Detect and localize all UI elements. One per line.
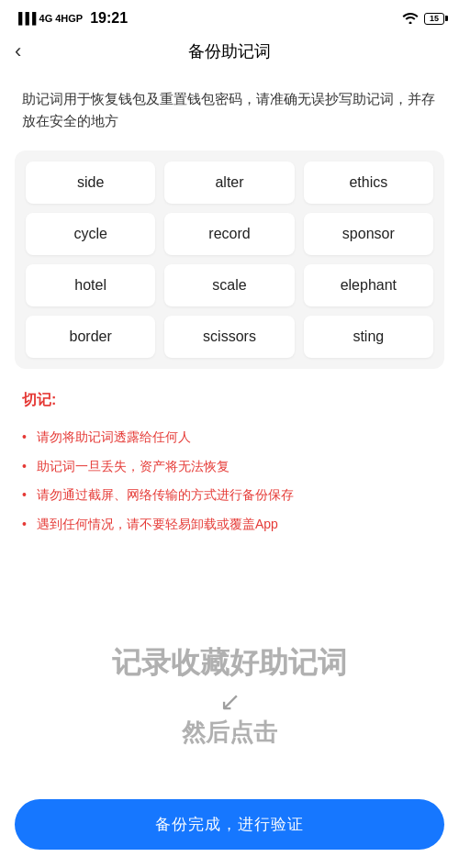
watermark-arrow: ↙	[0, 686, 459, 717]
warning-section: 切记: 请勿将助记词透露给任何人助记词一旦丢失，资产将无法恢复请勿通过截屏、网络…	[0, 369, 459, 551]
warning-item: 请勿将助记词透露给任何人	[22, 423, 437, 452]
mnemonic-cell: record	[164, 213, 294, 255]
status-left: ▐▐▐ 4G 4HGP 19:21	[15, 10, 128, 27]
watermark-line1: 记录收藏好助记词	[112, 646, 347, 679]
mnemonic-cell: alter	[164, 161, 294, 204]
network-type: 4G 4HGP	[39, 13, 84, 24]
warning-item: 助记词一旦丢失，资产将无法恢复	[22, 452, 437, 482]
back-button[interactable]: ‹	[15, 41, 21, 61]
watermark-line3: 然后点击	[182, 718, 277, 746]
warning-item: 请勿通过截屏、网络传输的方式进行备份保存	[22, 481, 437, 510]
mnemonic-cell: cycle	[26, 213, 155, 255]
signal-icon: ▐▐▐	[15, 12, 36, 25]
mnemonic-cell: hotel	[26, 264, 155, 306]
page-title: 备份助记词	[188, 40, 271, 62]
warning-item: 遇到任何情况，请不要轻易卸载或覆盖App	[22, 510, 437, 540]
mnemonic-container: sidealterethicscyclerecordsponsorhotelsc…	[15, 150, 444, 369]
mnemonic-cell: ethics	[304, 161, 433, 204]
status-bar: ▐▐▐ 4G 4HGP 19:21 15	[0, 0, 459, 33]
warning-title: 切记:	[22, 391, 437, 410]
bottom-area: 备份完成，进行验证	[15, 799, 444, 850]
confirm-button[interactable]: 备份完成，进行验证	[15, 799, 444, 850]
watermark: 记录收藏好助记词 ↙ 然后点击	[0, 644, 459, 749]
mnemonic-cell: scissors	[164, 316, 294, 358]
battery-level: 15	[430, 14, 439, 23]
warning-list: 请勿将助记词透露给任何人助记词一旦丢失，资产将无法恢复请勿通过截屏、网络传输的方…	[22, 423, 437, 540]
mnemonic-cell: scale	[164, 264, 294, 306]
time: 19:21	[90, 10, 128, 27]
mnemonic-cell: sting	[304, 316, 433, 358]
mnemonic-cell: sponsor	[304, 213, 433, 255]
battery-icon: 15	[424, 13, 444, 25]
mnemonic-grid: sidealterethicscyclerecordsponsorhotelsc…	[26, 161, 433, 358]
status-right: 15	[402, 11, 444, 27]
page-header: ‹ 备份助记词	[0, 33, 459, 73]
mnemonic-cell: side	[26, 161, 155, 204]
mnemonic-cell: elephant	[304, 264, 433, 306]
description-text: 助记词用于恢复钱包及重置钱包密码，请准确无误抄写助记词，并存放在安全的地方	[0, 73, 459, 150]
mnemonic-cell: border	[26, 316, 155, 358]
wifi-icon	[402, 11, 419, 27]
